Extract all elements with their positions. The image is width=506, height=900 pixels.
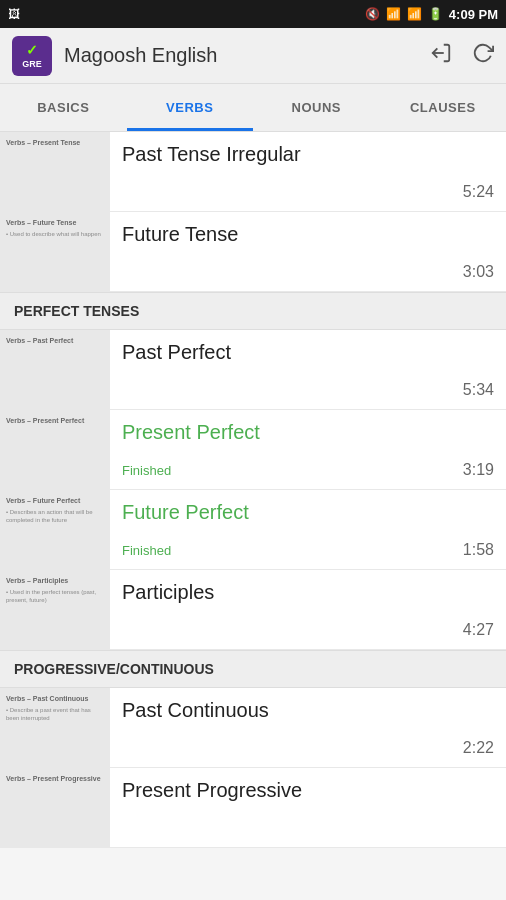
app-title: Magoosh English xyxy=(64,44,430,67)
lesson-meta-row: Finished1:58 xyxy=(122,541,494,559)
lesson-thumb-title: Verbs – Future Perfect xyxy=(6,496,80,505)
app-bar-icons xyxy=(430,42,494,70)
tab-verbs[interactable]: VERBS xyxy=(127,84,254,131)
lesson-meta-row: 2:22 xyxy=(122,739,494,757)
lesson-info-past-tense-irregular: Past Tense Irregular5:24 xyxy=(110,132,506,211)
lesson-thumb-title: Verbs – Future Tense xyxy=(6,218,76,227)
lesson-thumb-title: Verbs – Present Tense xyxy=(6,138,80,147)
lesson-thumb-future-tense: Verbs – Future Tense• Used to describe w… xyxy=(0,212,110,291)
lesson-meta-row: 5:24 xyxy=(122,183,494,201)
app-bar: ✓ GRE Magoosh English xyxy=(0,28,506,84)
lesson-status: Finished xyxy=(122,543,171,558)
volume-icon: 🔇 xyxy=(365,7,380,21)
status-bar-left: 🖼 xyxy=(8,7,20,21)
lesson-title: Past Perfect xyxy=(122,340,494,364)
tab-clauses[interactable]: CLAUSES xyxy=(380,84,507,131)
lesson-title: Present Progressive xyxy=(122,778,494,802)
lesson-thumb-title: Verbs – Present Progressive xyxy=(6,774,101,783)
lesson-item-present-perfect[interactable]: Verbs – Present PerfectPresent PerfectFi… xyxy=(0,410,506,490)
lesson-item-present-progressive[interactable]: Verbs – Present ProgressivePresent Progr… xyxy=(0,768,506,848)
lesson-thumb-present-perfect: Verbs – Present Perfect xyxy=(0,410,110,489)
lesson-thumb-present-progressive: Verbs – Present Progressive xyxy=(0,768,110,847)
lesson-thumb-past-continuous: Verbs – Past Continuous• Describe a past… xyxy=(0,688,110,767)
refresh-icon[interactable] xyxy=(472,42,494,69)
lesson-item-past-perfect[interactable]: Verbs – Past PerfectPast Perfect5:34 xyxy=(0,330,506,410)
lesson-info-past-continuous: Past Continuous2:22 xyxy=(110,688,506,767)
app-logo: ✓ GRE xyxy=(12,36,52,76)
lesson-info-future-tense: Future Tense3:03 xyxy=(110,212,506,291)
lesson-info-present-perfect: Present PerfectFinished3:19 xyxy=(110,410,506,489)
lesson-meta-row: Finished3:19 xyxy=(122,461,494,479)
lesson-meta-row: 4:27 xyxy=(122,621,494,639)
tab-bar: BASICS VERBS NOUNS CLAUSES xyxy=(0,84,506,132)
signal-icon: 📶 xyxy=(407,7,422,21)
lesson-thumb-past-perfect: Verbs – Past Perfect xyxy=(0,330,110,409)
lesson-thumb-desc: • Used to describe what will happen xyxy=(6,230,101,238)
lesson-info-participles: Participles4:27 xyxy=(110,570,506,649)
lesson-status: Finished xyxy=(122,463,171,478)
lesson-duration: 5:34 xyxy=(463,381,494,399)
lesson-meta-row: 5:34 xyxy=(122,381,494,399)
tab-nouns[interactable]: NOUNS xyxy=(253,84,380,131)
lesson-thumb-desc: • Describes an action that will be compl… xyxy=(6,508,104,525)
section-header-perfect-tenses: PERFECT TENSES xyxy=(0,292,506,330)
lesson-list: Verbs – Present TensePast Tense Irregula… xyxy=(0,132,506,848)
lesson-thumb-title: Verbs – Past Perfect xyxy=(6,336,73,345)
lesson-title: Present Perfect xyxy=(122,420,494,444)
lesson-info-past-perfect: Past Perfect5:34 xyxy=(110,330,506,409)
lesson-thumb-title: Verbs – Present Perfect xyxy=(6,416,84,425)
lesson-item-participles[interactable]: Verbs – Participles• Used in the perfect… xyxy=(0,570,506,650)
lesson-duration: 3:03 xyxy=(463,263,494,281)
section-header-progressive-continuous: PROGRESSIVE/CONTINUOUS xyxy=(0,650,506,688)
lesson-title: Future Tense xyxy=(122,222,494,246)
lesson-title: Future Perfect xyxy=(122,500,494,524)
lesson-duration: 4:27 xyxy=(463,621,494,639)
lesson-meta-row: 3:03 xyxy=(122,263,494,281)
lesson-thumb-participles: Verbs – Participles• Used in the perfect… xyxy=(0,570,110,649)
status-bar-right: 🔇 📶 📶 🔋 4:09 PM xyxy=(365,7,498,22)
export-icon[interactable] xyxy=(430,42,452,70)
lesson-thumb-past-tense-irregular: Verbs – Present Tense xyxy=(0,132,110,211)
battery-icon: 🔋 xyxy=(428,7,443,21)
lesson-item-past-tense-irregular[interactable]: Verbs – Present TensePast Tense Irregula… xyxy=(0,132,506,212)
lesson-title: Past Tense Irregular xyxy=(122,142,494,166)
lesson-duration: 3:19 xyxy=(463,461,494,479)
lesson-info-present-progressive: Present Progressive xyxy=(110,768,506,847)
lesson-thumb-title: Verbs – Past Continuous xyxy=(6,694,88,703)
lesson-thumb-desc: • Describe a past event that has been in… xyxy=(6,706,104,723)
lesson-thumb-desc: • Used in the perfect tenses (past, pres… xyxy=(6,588,104,605)
clock: 4:09 PM xyxy=(449,7,498,22)
lesson-info-future-perfect: Future PerfectFinished1:58 xyxy=(110,490,506,569)
lesson-duration: 5:24 xyxy=(463,183,494,201)
wifi-icon: 📶 xyxy=(386,7,401,21)
lesson-thumb-title: Verbs – Participles xyxy=(6,576,68,585)
lesson-title: Past Continuous xyxy=(122,698,494,722)
status-bar: 🖼 🔇 📶 📶 🔋 4:09 PM xyxy=(0,0,506,28)
app-logo-inner: ✓ GRE xyxy=(22,42,42,70)
lesson-title: Participles xyxy=(122,580,494,604)
screenshot-icon: 🖼 xyxy=(8,7,20,21)
lesson-duration: 1:58 xyxy=(463,541,494,559)
lesson-item-past-continuous[interactable]: Verbs – Past Continuous• Describe a past… xyxy=(0,688,506,768)
lesson-duration: 2:22 xyxy=(463,739,494,757)
lesson-item-future-tense[interactable]: Verbs – Future Tense• Used to describe w… xyxy=(0,212,506,292)
lesson-item-future-perfect[interactable]: Verbs – Future Perfect• Describes an act… xyxy=(0,490,506,570)
tab-basics[interactable]: BASICS xyxy=(0,84,127,131)
lesson-thumb-future-perfect: Verbs – Future Perfect• Describes an act… xyxy=(0,490,110,569)
